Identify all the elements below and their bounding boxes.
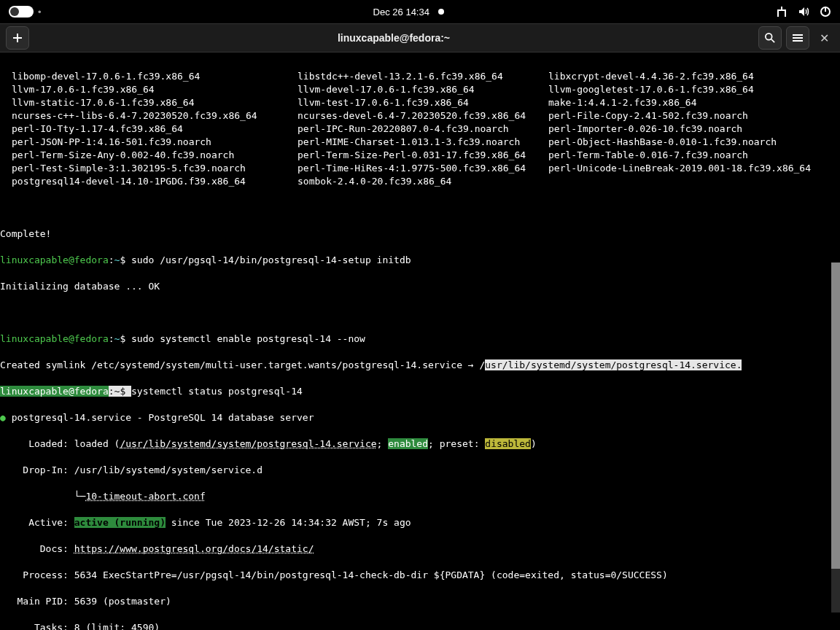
search-icon xyxy=(765,33,775,43)
prompt-line-1: linuxcapable@fedora:~$ sudo /usr/pgsql-1… xyxy=(0,254,840,267)
svg-rect-1 xyxy=(777,12,779,17)
activities-pill[interactable] xyxy=(9,6,34,18)
activities-area[interactable]: • xyxy=(9,6,42,18)
package-row: postgresql14-devel-14.10-1PGDG.f39.x86_6… xyxy=(0,175,840,188)
volume-icon xyxy=(798,6,809,18)
hamburger-icon xyxy=(793,33,803,43)
power-icon xyxy=(820,6,831,18)
search-button[interactable] xyxy=(758,26,782,50)
package-row: ncurses-c++-libs-6.4-7.20230520.fc39.x86… xyxy=(0,109,840,122)
clock-text: Dec 26 14:34 xyxy=(373,7,429,18)
system-tray[interactable] xyxy=(776,6,831,18)
svg-rect-2 xyxy=(785,12,786,17)
symlink-line: Created symlink /etc/systemd/system/mult… xyxy=(0,359,840,372)
menu-button[interactable] xyxy=(786,26,809,50)
status-dropin2: └─10-timeout-abort.conf xyxy=(0,490,840,503)
svg-rect-7 xyxy=(793,37,803,39)
plus-icon xyxy=(12,33,23,43)
status-tasks: Tasks: 8 (limit: 4590) xyxy=(0,621,840,630)
svg-rect-8 xyxy=(793,40,803,42)
status-active: Active: active (running) since Tue 2023-… xyxy=(0,516,840,529)
gnome-topbar: • Dec 26 14:34 xyxy=(0,0,840,23)
init-output: Initializing database ... OK xyxy=(0,280,840,293)
status-docs: Docs: https://www.postgresql.org/docs/14… xyxy=(0,542,840,556)
notification-dot-icon xyxy=(438,9,444,15)
prompt-line-2: linuxcapable@fedora:~$ sudo systemctl en… xyxy=(0,332,840,346)
status-process: Process: 5634 ExecStartPre=/usr/pgsql-14… xyxy=(0,569,840,582)
status-loaded: Loaded: loaded (/usr/lib/systemd/system/… xyxy=(0,438,840,451)
package-row: perl-IO-Tty-1.17-4.fc39.x86_64perl-IPC-R… xyxy=(0,122,840,136)
network-icon xyxy=(776,6,788,18)
svg-rect-6 xyxy=(793,34,803,36)
new-tab-button[interactable] xyxy=(6,26,29,50)
scrollbar-thumb[interactable] xyxy=(831,262,840,569)
package-row: perl-JSON-PP-1:4.16-501.fc39.noarchperl-… xyxy=(0,136,840,149)
package-row: llvm-17.0.6-1.fc39.x86_64llvm-devel-17.0… xyxy=(0,83,840,96)
svg-point-5 xyxy=(766,34,772,40)
package-row: libomp-devel-17.0.6-1.fc39.x86_64libstdc… xyxy=(0,70,840,83)
status-mainpid: Main PID: 5639 (postmaster) xyxy=(0,595,840,608)
close-button[interactable]: ✕ xyxy=(814,31,834,45)
window-title: linuxcapable@fedora:~ xyxy=(29,32,758,44)
package-row: perl-Test-Simple-3:1.302195-5.fc39.noarc… xyxy=(0,162,840,175)
package-row: perl-Term-Size-Any-0.002-40.fc39.noarchp… xyxy=(0,149,840,162)
status-dropin: Drop-In: /usr/lib/systemd/system/service… xyxy=(0,464,840,477)
complete-line: Complete! xyxy=(0,228,840,241)
terminal-content[interactable]: libomp-devel-17.0.6-1.fc39.x86_64libstdc… xyxy=(0,52,840,630)
terminal-titlebar: linuxcapable@fedora:~ ✕ xyxy=(0,23,840,52)
status-head: ● postgresql-14.service - PostgreSQL 14 … xyxy=(0,411,840,424)
package-row: llvm-static-17.0.6-1.fc39.x86_64llvm-tes… xyxy=(0,96,840,109)
clock-area[interactable]: Dec 26 14:34 xyxy=(373,7,444,18)
prompt-line-3: linuxcapable@fedora:~$ systemctl status … xyxy=(0,385,840,398)
close-icon: ✕ xyxy=(820,32,829,44)
svg-rect-4 xyxy=(825,7,826,12)
